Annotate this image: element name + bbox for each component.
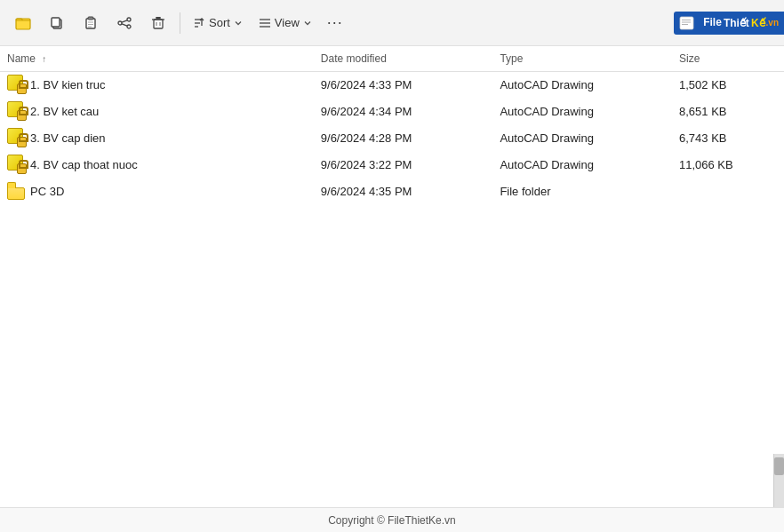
col-header-size[interactable]: Size	[672, 46, 784, 71]
svg-point-10	[127, 25, 131, 28]
file-date-cell: 9/6/2024 4:35 PM	[314, 178, 493, 204]
file-type-cell: File folder	[492, 178, 672, 204]
scroll-thumb[interactable]	[774, 457, 784, 475]
autocad-icon	[7, 155, 27, 174]
brand-thiet-text: Thiết	[724, 17, 749, 29]
table-row[interactable]: 1. BV kien truc9/6/2024 4:33 PMAutoCAD D…	[0, 71, 784, 98]
autocad-icon	[7, 101, 27, 121]
svg-point-9	[127, 18, 131, 21]
file-name: PC 3D	[30, 185, 64, 198]
file-name: 3. BV cap dien	[30, 131, 106, 145]
svg-point-8	[118, 21, 122, 25]
svg-line-11	[122, 20, 127, 21]
more-options-button[interactable]: ···	[321, 9, 349, 37]
autocad-icon	[7, 128, 27, 147]
copyright-text: Copyright © FileThietKe.vn	[328, 514, 456, 527]
file-date-cell: 9/6/2024 4:33 PM	[314, 71, 493, 98]
sort-icon	[193, 17, 205, 29]
file-type-cell: AutoCAD Drawing	[492, 124, 672, 151]
share-button[interactable]	[108, 7, 140, 39]
brand-ke-text: Kế	[751, 17, 765, 29]
col-header-name[interactable]: Name ↑	[0, 46, 314, 71]
separator-1	[180, 12, 180, 34]
sort-button[interactable]: Sort	[186, 9, 250, 37]
view-chevron-icon	[303, 19, 312, 28]
file-name-cell: 2. BV ket cau	[0, 98, 314, 124]
view-button[interactable]: View	[252, 9, 319, 37]
file-type-cell: AutoCAD Drawing	[492, 98, 672, 124]
view-icon	[259, 17, 271, 29]
table-row[interactable]: 4. BV cap thoat nuoc9/6/2024 3:22 PMAuto…	[0, 151, 784, 178]
file-size-cell: 8,651 KB	[672, 98, 784, 124]
svg-rect-2	[52, 18, 60, 27]
file-name: 4. BV cap thoat nuoc	[30, 158, 138, 171]
table-row[interactable]: 3. BV cap dien9/6/2024 4:28 PMAutoCAD Dr…	[0, 124, 784, 151]
file-name-cell: 4. BV cap thoat nuoc	[0, 151, 314, 178]
svg-rect-13	[154, 20, 163, 28]
file-date-cell: 9/6/2024 4:34 PM	[314, 98, 493, 124]
file-name-cell: 3. BV cap dien	[0, 124, 314, 151]
brand-file-text: File	[703, 16, 722, 28]
col-header-type[interactable]: Type	[492, 46, 672, 71]
file-date-cell: 9/6/2024 3:22 PM	[314, 151, 493, 178]
file-name-cell: PC 3D	[0, 178, 314, 204]
col-header-date[interactable]: Date modified	[314, 46, 493, 71]
file-list: Name ↑ Date modified Type Size 1. BV kie…	[0, 46, 784, 507]
file-name: 1. BV kien truc	[30, 78, 106, 91]
view-label: View	[275, 16, 300, 29]
footer: Copyright © FileThietKe.vn	[0, 507, 784, 532]
new-folder-button[interactable]	[7, 7, 39, 39]
scrollbar[interactable]	[773, 454, 784, 507]
file-table-body: 1. BV kien truc9/6/2024 4:33 PMAutoCAD D…	[0, 71, 784, 204]
more-label: ···	[327, 13, 343, 32]
file-type-cell: AutoCAD Drawing	[492, 71, 672, 98]
svg-rect-4	[88, 17, 93, 20]
copy-button[interactable]	[41, 7, 73, 39]
file-size-cell	[672, 178, 784, 204]
svg-rect-25	[680, 17, 693, 29]
brand-file-icon	[679, 15, 699, 31]
folder-icon	[7, 182, 27, 200]
toolbar: Sort View ··· File T	[0, 0, 784, 46]
brand-vn-text: .vn	[766, 18, 779, 28]
svg-line-12	[122, 23, 127, 25]
file-size-cell: 11,066 KB	[672, 151, 784, 178]
file-table: Name ↑ Date modified Type Size 1. BV kie…	[0, 46, 784, 204]
delete-button[interactable]	[142, 7, 174, 39]
file-size-cell: 1,502 KB	[672, 71, 784, 98]
file-date-cell: 9/6/2024 4:28 PM	[314, 124, 493, 151]
file-name-cell: 1. BV kien truc	[0, 71, 314, 98]
paste-button[interactable]	[75, 7, 107, 39]
table-row[interactable]: PC 3D9/6/2024 4:35 PMFile folder	[0, 178, 784, 204]
file-size-cell: 6,743 KB	[672, 124, 784, 151]
name-sort-arrow: ↑	[42, 54, 46, 64]
file-name: 2. BV ket cau	[30, 105, 99, 118]
sort-chevron-icon	[234, 19, 243, 28]
table-header: Name ↑ Date modified Type Size	[0, 46, 784, 71]
autocad-icon	[7, 75, 27, 94]
file-type-cell: AutoCAD Drawing	[492, 151, 672, 178]
sort-label: Sort	[209, 16, 230, 29]
table-row[interactable]: 2. BV ket cau9/6/2024 4:34 PMAutoCAD Dra…	[0, 98, 784, 124]
brand-logo: File Thiết Kế .vn	[674, 12, 784, 35]
brand-file: File	[679, 15, 722, 31]
